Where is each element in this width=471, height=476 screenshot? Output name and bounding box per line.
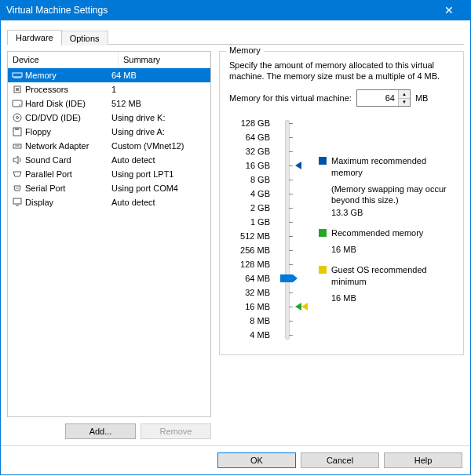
device-summary: Custom (VMnet12) — [111, 141, 207, 151]
svg-point-9 — [19, 104, 20, 106]
ok-button[interactable]: OK — [217, 452, 296, 468]
memory-tick-mark — [289, 194, 293, 194]
device-row-floppy[interactable]: FloppyUsing drive A: — [8, 125, 210, 139]
memory-tick-label: 16 MB — [229, 300, 275, 314]
memory-tick-mark — [289, 123, 293, 124]
memory-tick-mark — [289, 335, 293, 336]
legend-rec-value: 16 MB — [331, 244, 454, 255]
memory-input[interactable] — [357, 90, 398, 106]
legend-guest-value: 16 MB — [331, 293, 454, 303]
device-name: Processors — [25, 85, 111, 94]
device-summary: 1 — [111, 85, 207, 94]
memory-tick-labels: 128 GB64 GB32 GB16 GB8 GB4 GB2 GB1 GB512… — [229, 116, 275, 342]
memory-field-row: Memory for this virtual machine: ▲ ▼ MB — [229, 89, 454, 107]
device-name: Parallel Port — [25, 169, 111, 179]
device-name: Hard Disk (IDE) — [25, 99, 111, 108]
right-pane: Memory Specify the amount of memory allo… — [219, 51, 464, 439]
help-button[interactable]: Help — [384, 452, 462, 468]
memory-tick-label: 128 GB — [229, 116, 275, 130]
memory-tick-mark — [289, 180, 293, 180]
memory-tick-mark — [289, 222, 293, 223]
device-row-cpu[interactable]: Processors1 — [8, 82, 210, 96]
device-row-parallel[interactable]: Parallel PortUsing port LPT1 — [8, 167, 210, 181]
add-device-button[interactable]: Add... — [65, 423, 136, 439]
header-device[interactable]: Device — [8, 52, 119, 67]
legend-max-note: (Memory swapping may occur beyond this s… — [331, 183, 454, 205]
tab-strip: Hardware Options — [1, 20, 470, 44]
svg-point-17 — [17, 187, 18, 188]
device-row-network[interactable]: Network AdapterCustom (VMnet12) — [8, 139, 210, 153]
device-summary: Auto detect — [111, 198, 207, 207]
legend-max-label: Maximum recommended memory — [331, 156, 426, 177]
floppy-icon — [11, 126, 24, 137]
device-summary: Using port COM4 — [111, 183, 207, 193]
device-name: Display — [25, 198, 111, 207]
svg-point-16 — [16, 187, 16, 188]
memory-slider[interactable] — [275, 116, 298, 342]
device-summary: 512 MB — [111, 99, 207, 108]
header-summary[interactable]: Summary — [119, 52, 210, 67]
memory-tick-label: 2 GB — [229, 201, 275, 215]
legend-guest-label: Guest OS recommended minimum — [331, 264, 454, 288]
memory-tick-label: 8 MB — [229, 314, 275, 328]
device-name: Floppy — [25, 127, 111, 136]
device-list-buttons: Add... Remove — [7, 417, 211, 439]
device-summary: Auto detect — [111, 155, 207, 165]
memory-groupbox: Memory Specify the amount of memory allo… — [219, 51, 464, 355]
memory-tick-label: 32 MB — [229, 285, 275, 300]
memory-spinner[interactable]: ▲ ▼ — [356, 89, 411, 107]
device-row-sound[interactable]: Sound CardAuto detect — [8, 153, 210, 167]
titlebar: Virtual Machine Settings ✕ — [0, 0, 471, 20]
memory-tick-mark — [289, 307, 293, 307]
memory-tick-mark — [289, 236, 293, 237]
legend-rec-label: Recommended memory — [331, 227, 423, 239]
device-name: Memory — [25, 71, 111, 80]
cpu-icon — [11, 84, 24, 95]
tab-options[interactable]: Options — [61, 31, 108, 45]
memory-spin-down[interactable]: ▼ — [399, 99, 410, 107]
memory-tick-mark — [289, 137, 293, 138]
memory-tick-label: 32 GB — [229, 144, 275, 158]
legend-guest: Guest OS recommended minimum — [319, 264, 454, 288]
svg-rect-18 — [13, 198, 21, 204]
device-rows: Memory64 MBProcessors1Hard Disk (IDE)512… — [8, 68, 210, 416]
memory-tick-mark — [289, 165, 293, 166]
sound-icon — [11, 154, 24, 165]
memory-spin-buttons: ▲ ▼ — [398, 90, 410, 106]
memory-tick-mark — [289, 264, 293, 265]
device-row-serial[interactable]: Serial PortUsing port COM4 — [8, 181, 210, 195]
memory-group-title: Memory — [226, 45, 264, 55]
device-row-display[interactable]: DisplayAuto detect — [8, 195, 210, 209]
marker-max-memory — [295, 162, 301, 169]
device-list-header: Device Summary — [8, 52, 210, 68]
memory-unit: MB — [415, 93, 429, 103]
device-row-memory[interactable]: Memory64 MB — [8, 68, 210, 82]
device-name: Network Adapter — [25, 141, 111, 151]
device-row-cd[interactable]: CD/DVD (IDE)Using drive K: — [8, 111, 210, 125]
svg-point-10 — [13, 114, 21, 122]
device-row-hdd[interactable]: Hard Disk (IDE)512 MB — [8, 96, 210, 111]
marker-guest-os-min — [301, 303, 308, 311]
device-summary: 64 MB — [111, 71, 207, 80]
client-area: Hardware Options Device Summary Memory64… — [0, 20, 471, 475]
svg-rect-8 — [13, 100, 22, 107]
device-name: Sound Card — [25, 155, 111, 165]
close-button[interactable]: ✕ — [433, 4, 465, 16]
serial-icon — [11, 183, 24, 194]
tab-hardware[interactable]: Hardware — [7, 30, 62, 45]
legend-max-value: 13.3 GB — [331, 207, 454, 218]
memory-tick-mark — [289, 151, 293, 152]
memory-spin-up[interactable]: ▲ — [399, 90, 410, 99]
memory-description: Specify the amount of memory allocated t… — [229, 60, 454, 82]
memory-tick-label: 16 GB — [229, 158, 275, 173]
remove-device-button: Remove — [141, 423, 211, 439]
memory-slider-thumb[interactable] — [280, 274, 293, 282]
left-pane: Device Summary Memory64 MBProcessors1Har… — [7, 51, 211, 439]
device-summary: Using drive A: — [111, 127, 207, 136]
memory-tick-label: 64 MB — [229, 271, 275, 285]
memory-tick-label: 8 GB — [229, 173, 275, 187]
memory-scale: 128 GB64 GB32 GB16 GB8 GB4 GB2 GB1 GB512… — [229, 116, 454, 342]
display-icon — [11, 197, 24, 208]
memory-tick-mark — [289, 321, 293, 322]
cancel-button[interactable]: Cancel — [301, 452, 379, 468]
